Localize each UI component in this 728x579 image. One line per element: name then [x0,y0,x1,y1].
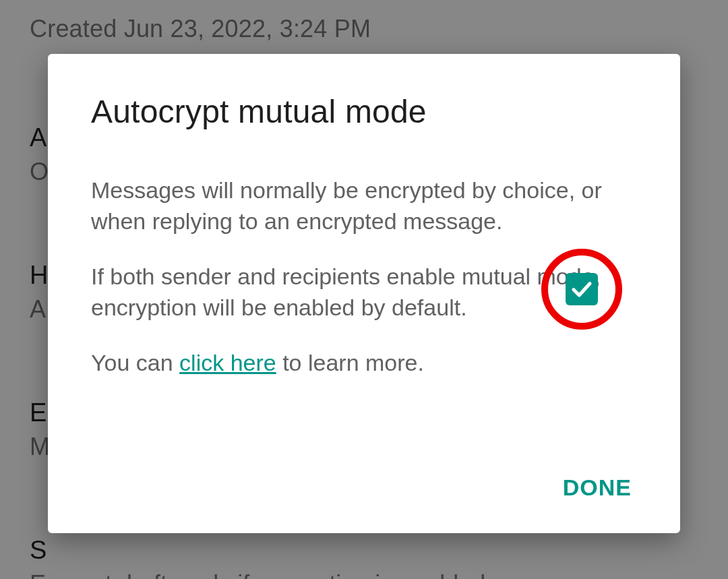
learn-more-prefix: You can [91,350,179,375]
check-icon [570,277,594,301]
done-button[interactable]: DONE [553,468,641,508]
learn-more-link[interactable]: click here [179,350,276,375]
dialog-paragraph-1: Messages will normally be encrypted by c… [91,175,603,237]
checkbox-highlight-wrapper [541,249,622,330]
mutual-mode-checkbox[interactable] [566,273,598,305]
dialog-paragraph-3: You can click here to learn more. [91,347,603,378]
dialog-actions: DONE [553,468,641,508]
dialog-paragraph-2: If both sender and recipients enable mut… [91,261,603,323]
learn-more-suffix: to learn more. [276,350,424,375]
dialog-body: Messages will normally be encrypted by c… [91,175,637,378]
dialog-title: Autocrypt mutual mode [91,93,637,130]
autocrypt-mutual-mode-dialog: Autocrypt mutual mode Messages will norm… [48,54,680,533]
dialog-text: Messages will normally be encrypted by c… [91,175,603,378]
